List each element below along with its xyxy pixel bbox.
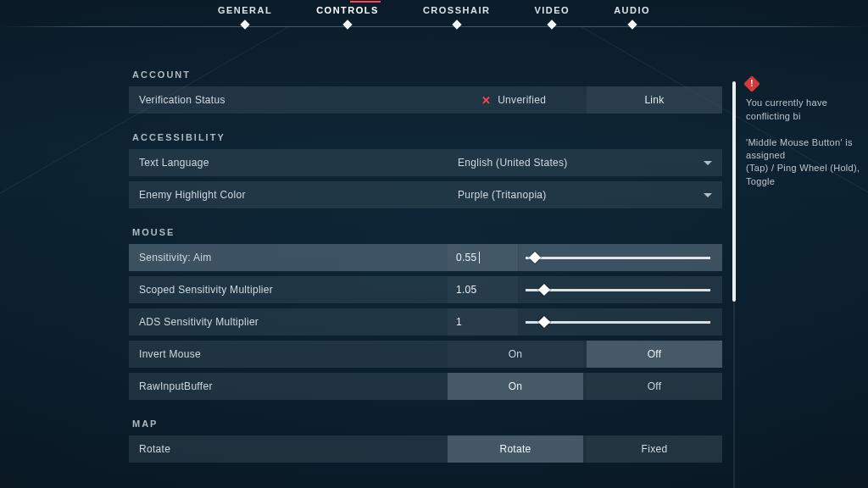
row-label: Sensitivity: Aim <box>129 244 448 271</box>
slider-value-text: 1 <box>456 316 462 328</box>
scrollbar-thumb[interactable] <box>732 81 736 302</box>
toggle-label: Off <box>648 380 662 392</box>
tab-controls[interactable]: CONTROLS <box>316 5 379 24</box>
warning-text-1: You currently have conflicting bi <box>746 97 868 123</box>
row-enemy-highlight-color: Enemy Highlight Color Purple (Tritanopia… <box>129 181 722 208</box>
row-ads-sensitivity: ADS Sensitivity Multiplier 1 <box>129 308 722 336</box>
alert-icon <box>746 78 758 90</box>
rotate-toggle: Rotate Fixed <box>448 435 722 463</box>
toggle-label: Off <box>648 348 662 360</box>
row-label: Enemy Highlight Color <box>129 181 448 208</box>
slider-knob[interactable] <box>529 252 541 263</box>
highlight-color-dropdown[interactable]: Purple (Tritanopia) <box>448 181 722 208</box>
tab-label: CONTROLS <box>316 5 379 15</box>
chevron-down-icon <box>704 193 712 197</box>
toggle-option-on[interactable]: On <box>448 373 583 400</box>
content-area: ACCOUNT Verification Status ✕ Unverified… <box>0 51 868 488</box>
warning-text-3: (Tap) / Ping Wheel (Hold), Toggle <box>746 162 868 188</box>
toggle-label: Rotate <box>499 443 531 455</box>
tab-label: CROSSHAIR <box>423 5 491 15</box>
verification-status-value: ✕ Unverified <box>446 86 581 114</box>
link-label: Link <box>644 94 664 106</box>
row-label: Text Language <box>129 149 448 176</box>
toggle-option-on[interactable]: On <box>448 341 583 368</box>
settings-tabs: GENERAL CONTROLS CROSSHAIR VIDEO AUDIO <box>0 0 868 24</box>
row-controls: 1.05 <box>448 276 722 303</box>
row-label: Scoped Sensitivity Multiplier <box>129 276 448 303</box>
row-controls: On Off <box>448 341 722 368</box>
x-icon: ✕ <box>481 94 491 107</box>
tab-label: GENERAL <box>218 5 272 15</box>
tab-video[interactable]: VIDEO <box>534 5 570 24</box>
slider-knob[interactable] <box>538 316 550 328</box>
row-sensitivity-aim: Sensitivity: Aim 0.55 <box>129 244 722 271</box>
sensitivity-aim-input[interactable]: 0.55 <box>448 244 519 271</box>
section-title-accessibility: ACCESSIBILITY <box>132 132 722 142</box>
divider <box>0 26 868 27</box>
row-controls: 1 <box>448 308 722 336</box>
row-raw-input-buffer: RawInputBuffer On Off <box>129 373 722 400</box>
tab-general[interactable]: GENERAL <box>218 5 272 24</box>
row-controls: On Off <box>448 373 722 400</box>
toggle-option-off[interactable]: Off <box>587 341 722 368</box>
toggle-label: On <box>509 380 523 392</box>
row-label: Verification Status <box>129 86 446 114</box>
toggle-option-off[interactable]: Off <box>587 373 722 400</box>
scoped-sensitivity-slider[interactable] <box>526 276 722 303</box>
tab-audio[interactable]: AUDIO <box>614 5 650 24</box>
dropdown-value: English (United States) <box>458 157 568 169</box>
row-label: Rotate <box>129 435 448 463</box>
diamond-icon <box>548 19 557 29</box>
row-label: RawInputBuffer <box>129 373 448 400</box>
row-controls: Purple (Tritanopia) <box>448 181 722 208</box>
diamond-icon <box>342 19 352 29</box>
ads-sensitivity-input[interactable]: 1 <box>448 308 519 336</box>
row-controls: 0.55 <box>448 244 722 271</box>
row-verification-status: Verification Status ✕ Unverified Link <box>129 86 722 114</box>
tab-label: VIDEO <box>534 5 570 15</box>
row-label: Invert Mouse <box>129 341 448 368</box>
scrollbar[interactable] <box>732 81 736 488</box>
warning-text-2: 'Middle Mouse Button' is assigned <box>746 136 868 163</box>
row-label: ADS Sensitivity Multiplier <box>129 308 448 336</box>
language-dropdown[interactable]: English (United States) <box>448 149 722 176</box>
chevron-down-icon <box>704 161 712 165</box>
section-title-mouse: MOUSE <box>132 227 722 237</box>
row-controls: ✕ Unverified Link <box>446 86 722 114</box>
tab-crosshair[interactable]: CROSSHAIR <box>423 5 491 24</box>
row-scoped-sensitivity: Scoped Sensitivity Multiplier 1.05 <box>129 276 722 303</box>
ads-sensitivity-slider[interactable] <box>526 308 722 336</box>
row-rotate: Rotate Rotate Fixed <box>129 435 722 463</box>
invert-mouse-toggle: On Off <box>448 341 722 368</box>
slider-value-text: 1.05 <box>456 284 477 296</box>
scoped-sensitivity-input[interactable]: 1.05 <box>448 276 519 303</box>
section-title-account: ACCOUNT <box>132 69 722 80</box>
row-invert-mouse: Invert Mouse On Off <box>129 341 722 368</box>
row-controls: Rotate Fixed <box>448 435 722 463</box>
slider-value-text: 0.55 <box>456 252 477 263</box>
section-title-map: MAP <box>132 419 722 429</box>
slider-knob[interactable] <box>538 284 550 296</box>
diamond-icon <box>627 19 637 29</box>
settings-list: ACCOUNT Verification Status ✕ Unverified… <box>0 51 732 488</box>
toggle-label: Fixed <box>642 443 668 455</box>
raw-input-buffer-toggle: On Off <box>448 373 722 400</box>
diamond-icon <box>240 19 249 29</box>
status-text: Unverified <box>498 94 546 106</box>
row-text-language: Text Language English (United States) <box>129 149 722 176</box>
row-controls: English (United States) <box>448 149 722 176</box>
toggle-label: On <box>509 348 523 360</box>
dropdown-value: Purple (Tritanopia) <box>458 189 547 201</box>
tab-label: AUDIO <box>614 5 650 15</box>
text-caret <box>479 252 480 263</box>
diamond-icon <box>452 19 461 29</box>
toggle-option-fixed[interactable]: Fixed <box>587 435 722 463</box>
toggle-option-rotate[interactable]: Rotate <box>448 435 583 463</box>
warning-panel: You currently have conflicting bi 'Middl… <box>741 51 868 488</box>
sensitivity-aim-slider[interactable] <box>526 244 722 271</box>
active-tab-marker <box>350 1 381 3</box>
link-button[interactable]: Link <box>587 86 722 114</box>
